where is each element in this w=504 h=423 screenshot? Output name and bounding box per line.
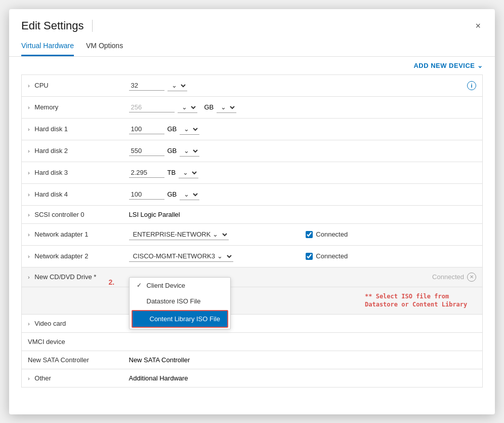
table-row: › Hard disk 4 GB ⌄ — [22, 183, 483, 205]
add-new-device-button[interactable]: ADD NEW DEVICE ⌄ — [413, 62, 483, 69]
close-button[interactable]: × — [473, 19, 483, 32]
cd-dvd-label: › New CD/DVD Drive * — [22, 267, 123, 287]
modal-header: Edit Settings × — [9, 9, 495, 32]
scsi-value-cell: LSI Logic Parallel — [123, 205, 483, 223]
memory-value-cell: ⌄ GB ⌄ — [123, 96, 300, 118]
hard-disk-3-unit-select[interactable]: ⌄ — [179, 167, 198, 178]
hard-disk-4-input[interactable] — [129, 189, 164, 200]
scsi-label: › SCSI controller 0 — [22, 205, 123, 223]
expand-icon[interactable]: › — [28, 148, 30, 154]
cd-dvd-connected-cell: Connected ✕ — [300, 267, 482, 287]
client-device-option[interactable]: ✓ Client Device — [130, 278, 230, 293]
table-row: New SATA Controller New SATA Controller — [22, 351, 483, 369]
network-adapter-2-label: › Network adapter 2 — [22, 245, 123, 267]
video-card-label: › Video card — [22, 315, 123, 333]
table-row: › CPU ⌄ i — [22, 74, 483, 96]
hard-disk-1-unit-select[interactable]: ⌄ — [180, 124, 199, 135]
empty-check — [137, 297, 144, 304]
hard-disk-3-label: › Hard disk 3 — [22, 162, 123, 183]
cd-dropdown-menu: ✓ Client Device Datastore ISO File Conte… — [129, 277, 231, 329]
network-adapter-2-select[interactable]: CISCO-MGMT-NETWORK3 ⌄ — [129, 251, 233, 262]
table-row: › Hard disk 1 GB ⌄ — [22, 118, 483, 140]
cpu-value-input[interactable] — [129, 81, 164, 91]
network-adapter-2-connected-cell: Connected — [300, 245, 482, 267]
expand-icon[interactable]: › — [28, 191, 30, 198]
network-adapter-1-connected-label: Connected — [306, 230, 476, 238]
vmci-label: VMCI device — [22, 333, 123, 351]
cpu-value-cell: ⌄ — [123, 74, 300, 96]
chevron-down-icon: ⌄ — [477, 62, 483, 69]
network-adapter-2-connected-label: Connected — [306, 252, 476, 260]
hard-disk-1-input[interactable] — [129, 124, 164, 134]
network-adapter-2-value-cell: CISCO-MGMT-NETWORK3 ⌄ — [123, 245, 300, 267]
expand-icon[interactable]: › — [28, 274, 30, 280]
hard-disk-4-unit-select[interactable]: ⌄ — [180, 189, 199, 200]
expand-icon[interactable]: › — [28, 212, 30, 218]
expand-icon[interactable]: › — [28, 253, 30, 259]
hard-disk-1-label: › Hard disk 1 — [22, 118, 123, 140]
cd-remove-icon[interactable]: ✕ — [467, 273, 476, 282]
hard-disk-4-value-cell: GB ⌄ — [123, 183, 300, 205]
checkmark-icon: ✓ — [137, 282, 144, 289]
expand-icon[interactable]: › — [28, 321, 30, 327]
cpu-label: › CPU — [22, 74, 123, 96]
hard-disk-2-label: › Hard disk 2 — [22, 140, 123, 162]
table-row: › SCSI controller 0 LSI Logic Parallel — [22, 205, 483, 223]
cpu-info-cell: i — [300, 74, 482, 96]
datastore-iso-option[interactable]: Datastore ISO File — [130, 293, 230, 309]
table-row: › Network adapter 1 ENTERPRISE-NETWORK ⌄… — [22, 223, 483, 245]
expand-icon[interactable]: › — [28, 104, 30, 110]
modal-title: Edit Settings — [21, 19, 84, 32]
network-adapter-1-label: › Network adapter 1 — [22, 223, 123, 245]
hard-disk-2-unit-select[interactable]: ⌄ — [180, 145, 199, 157]
expand-icon[interactable]: › — [28, 83, 30, 89]
memory-value-input[interactable] — [129, 102, 175, 112]
hard-disk-4-unit-label: GB — [167, 190, 177, 198]
network-adapter-1-connected-checkbox[interactable] — [306, 231, 313, 238]
content-library-iso-option[interactable]: Content Library ISO File — [132, 310, 228, 328]
network-adapter-1-value-cell: ENTERPRISE-NETWORK ⌄ — [123, 223, 300, 245]
memory-extra-cell — [300, 96, 482, 118]
sata-label: New SATA Controller — [22, 351, 123, 369]
network-adapter-1-select[interactable]: ENTERPRISE-NETWORK ⌄ — [129, 229, 229, 240]
table-row: › Other Additional Hardware — [22, 369, 483, 388]
network-adapter-2-connected-checkbox[interactable] — [306, 253, 313, 260]
cpu-unit-select[interactable]: ⌄ — [167, 80, 187, 91]
tab-vm-options[interactable]: VM Options — [86, 36, 123, 56]
modal-body: ADD NEW DEVICE ⌄ › CPU ⌄ — [9, 57, 495, 414]
memory-unit-select[interactable]: ⌄ — [178, 102, 197, 113]
expand-icon[interactable]: › — [28, 126, 30, 132]
expand-icon[interactable]: › — [28, 375, 30, 381]
sata-value-cell: New SATA Controller — [123, 351, 483, 369]
hardware-table: › CPU ⌄ i › — [21, 74, 483, 388]
table-row: › Memory ⌄ GB ⌄ — [22, 96, 483, 118]
other-label: › Other — [22, 369, 123, 388]
annotation-number: 2. — [109, 278, 115, 286]
hard-disk-2-input[interactable] — [129, 146, 164, 156]
table-row: › Hard disk 3 TB ⌄ — [22, 162, 483, 183]
cd-dvd-value-cell: 2. ✓ Client Device Datastore ISO File — [123, 267, 300, 287]
table-row: › New CD/DVD Drive * 2. ✓ Client Device — [22, 267, 483, 287]
annotation-text: ** Select ISO file from Datastore or Con… — [365, 292, 476, 310]
hard-disk-1-unit-label: GB — [167, 125, 177, 133]
memory-unit-label: GB — [204, 103, 214, 111]
hard-disk-3-input[interactable] — [129, 168, 164, 178]
hard-disk-4-label: › Hard disk 4 — [22, 183, 123, 205]
table-row: › Network adapter 2 CISCO-MGMT-NETWORK3 … — [22, 245, 483, 267]
edit-settings-modal: Edit Settings × Virtual Hardware VM Opti… — [9, 9, 495, 414]
info-icon[interactable]: i — [467, 81, 476, 90]
memory-gb-select[interactable]: ⌄ — [217, 102, 236, 113]
hard-disk-1-value-cell: GB ⌄ — [123, 118, 300, 140]
other-value-cell: Additional Hardware — [123, 369, 483, 388]
empty-check-2 — [140, 315, 147, 322]
annotation-row: ** Select ISO file from Datastore or Con… — [22, 287, 483, 315]
expand-icon[interactable]: › — [28, 170, 30, 176]
expand-icon[interactable]: › — [28, 232, 30, 238]
hard-disk-2-value-cell: GB ⌄ — [123, 140, 300, 162]
toolbar: ADD NEW DEVICE ⌄ — [21, 57, 483, 74]
tab-virtual-hardware[interactable]: Virtual Hardware — [21, 36, 74, 56]
network-adapter-1-connected-cell: Connected — [300, 223, 482, 245]
hard-disk-2-unit-label: GB — [167, 147, 177, 155]
hard-disk-3-unit-label: TB — [167, 169, 176, 176]
table-row: › Video card — [22, 315, 483, 333]
